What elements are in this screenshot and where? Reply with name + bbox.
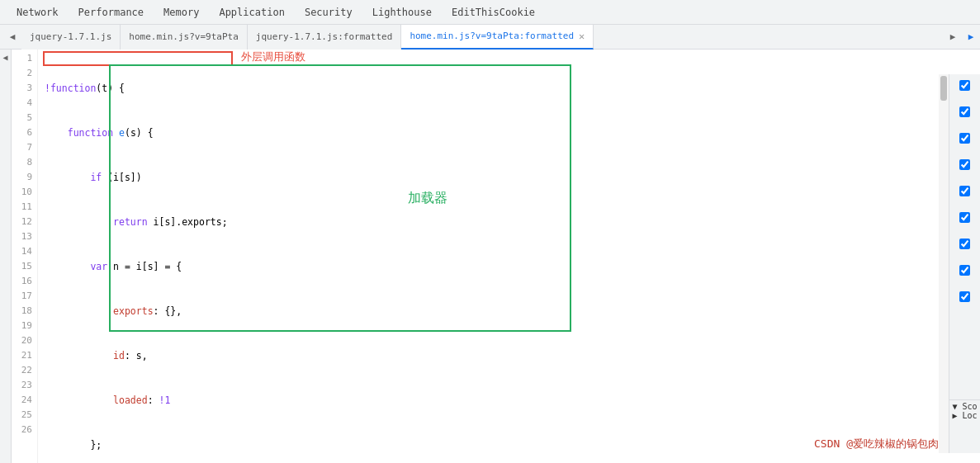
- menu-editthiscookie[interactable]: EditThisCookie: [442, 0, 545, 24]
- menu-network[interactable]: Network: [7, 0, 69, 24]
- collapse-left-btn[interactable]: ◀: [0, 50, 12, 463]
- watermark: CSDN @爱吃辣椒的锅包肉: [814, 437, 939, 451]
- cb-7[interactable]: [949, 236, 980, 251]
- menu-performance[interactable]: Performance: [69, 0, 154, 24]
- menu-memory[interactable]: Memory: [154, 0, 209, 24]
- cb-1[interactable]: [949, 78, 980, 92]
- close-tab-btn[interactable]: ✕: [579, 31, 585, 41]
- code-content[interactable]: !function(t) { function e(s) { if (i[s])…: [38, 50, 980, 463]
- right-checks-panel: ▼ Sco ▶ Loc: [949, 74, 980, 453]
- cb-5[interactable]: [949, 183, 980, 198]
- tab-homemin-formatted[interactable]: home.min.js?v=9taPta:formatted ✕: [401, 25, 594, 50]
- menu-application[interactable]: Application: [209, 0, 294, 24]
- tab-homemin[interactable]: home.min.js?v=9taPta: [121, 25, 247, 50]
- cb-8[interactable]: [949, 262, 980, 277]
- cb-6[interactable]: [949, 210, 980, 224]
- line-numbers: 12345 678910 1112131415 1617181920 21222…: [12, 50, 38, 463]
- scope-label[interactable]: ▼ Sco: [949, 402, 980, 411]
- loc-label[interactable]: ▶ Loc: [949, 411, 980, 420]
- cb-4[interactable]: [949, 157, 980, 172]
- vertical-scrollbar[interactable]: [939, 74, 949, 453]
- menu-lighthouse[interactable]: Lighthouse: [362, 0, 442, 24]
- cb-2[interactable]: [949, 104, 980, 119]
- tab-devtools-btn[interactable]: ▶: [962, 28, 980, 46]
- menu-security[interactable]: Security: [295, 0, 362, 24]
- scrollbar-thumb[interactable]: [940, 76, 947, 101]
- tab-prev-btn[interactable]: ◀: [3, 28, 21, 46]
- tab-next-btn[interactable]: ▶: [944, 28, 962, 46]
- tab-jquery-formatted[interactable]: jquery-1.7.1.js:formatted: [248, 25, 402, 50]
- code-editor: 12345 678910 1112131415 1617181920 21222…: [12, 50, 980, 463]
- tab-bar: ◀ jquery-1.7.1.js home.min.js?v=9taPta j…: [0, 25, 980, 50]
- menu-bar: Network Performance Memory Application S…: [0, 0, 980, 25]
- tab-jquery[interactable]: jquery-1.7.1.js: [21, 25, 121, 50]
- cb-9[interactable]: [949, 289, 980, 304]
- cb-3[interactable]: [949, 130, 980, 145]
